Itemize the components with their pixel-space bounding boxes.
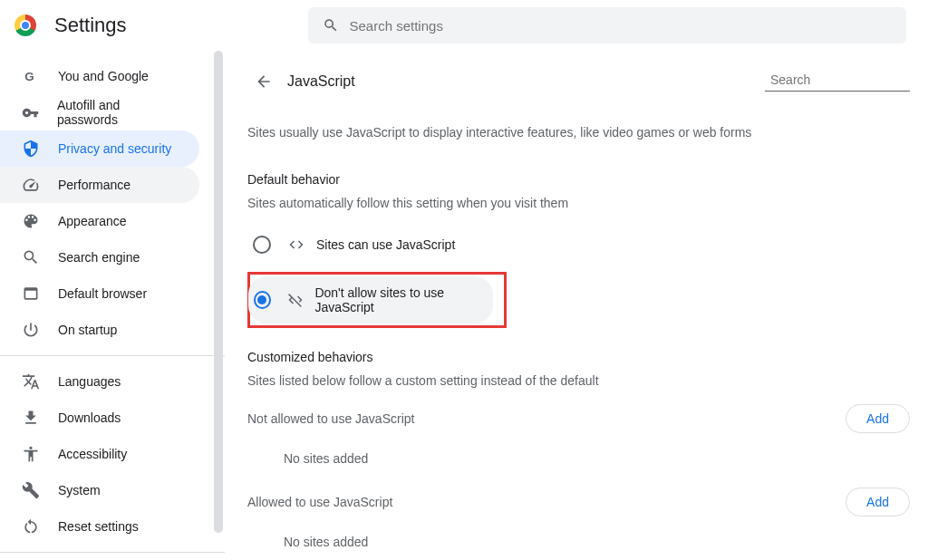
sidebar-item-label: Reset settings — [58, 519, 139, 534]
google-icon: G — [22, 67, 40, 85]
sidebar: G You and Google Autofill and passwords … — [0, 51, 225, 560]
sidebar-item-label: Autofill and passwords — [57, 98, 178, 127]
sidebar-item-label: Default browser — [58, 286, 147, 301]
system-icon — [22, 481, 40, 499]
sidebar-item-default-browser[interactable]: Default browser — [0, 275, 199, 312]
add-allowed-button[interactable]: Add — [846, 488, 910, 517]
search-settings-bar[interactable] — [308, 7, 906, 43]
radio-label: Sites can use JavaScript — [316, 237, 455, 252]
sidebar-item-accessibility[interactable]: Accessibility — [0, 436, 199, 472]
sidebar-divider — [0, 552, 225, 553]
sidebar-item-label: You and Google — [58, 69, 149, 83]
add-not-allowed-button[interactable]: Add — [846, 404, 910, 433]
content-search-input[interactable] — [770, 72, 928, 87]
sidebar-item-on-startup[interactable]: On startup — [0, 312, 199, 348]
main-content: JavaScript Sites usually use JavaScript … — [225, 51, 928, 560]
sidebar-item-label: Performance — [58, 178, 130, 192]
content-search[interactable] — [765, 72, 910, 92]
description-text: Sites usually use JavaScript to display … — [247, 125, 910, 140]
radio-label: Don't allow sites to use JavaScript — [314, 285, 493, 314]
code-off-icon — [287, 292, 304, 308]
chrome-logo-icon — [14, 14, 36, 36]
power-icon — [22, 321, 40, 339]
sidebar-item-languages[interactable]: Languages — [0, 363, 199, 400]
sidebar-divider — [0, 355, 225, 356]
speedometer-icon — [22, 176, 40, 194]
not-allowed-label: Not allowed to use JavaScript — [247, 411, 846, 426]
no-sites-text: No sites added — [284, 535, 910, 549]
radio-allow-js[interactable]: Sites can use JavaScript — [247, 223, 910, 266]
radio-icon — [253, 236, 271, 254]
shield-icon — [22, 140, 40, 158]
sidebar-item-label: Privacy and security — [58, 141, 171, 156]
page-title: Settings — [54, 14, 127, 37]
sidebar-item-label: On startup — [58, 323, 117, 337]
search-icon — [22, 248, 40, 266]
arrow-back-icon — [255, 72, 273, 91]
custom-behaviors-sub: Sites listed below follow a custom setti… — [247, 373, 910, 388]
sidebar-item-privacy[interactable]: Privacy and security — [0, 130, 199, 167]
sidebar-item-autofill[interactable]: Autofill and passwords — [0, 94, 199, 130]
reset-icon — [22, 517, 40, 536]
search-settings-input[interactable] — [350, 18, 892, 34]
sidebar-item-label: Downloads — [58, 410, 121, 425]
allowed-label: Allowed to use JavaScript — [247, 495, 846, 509]
download-icon — [22, 409, 40, 427]
palette-icon — [22, 212, 40, 230]
scrollbar[interactable] — [214, 51, 223, 533]
highlight-annotation: Don't allow sites to use JavaScript — [247, 272, 507, 328]
custom-behaviors-title: Customized behaviors — [247, 350, 910, 364]
radio-icon-selected — [254, 291, 271, 309]
sidebar-item-reset[interactable]: Reset settings — [0, 508, 199, 545]
sidebar-item-system[interactable]: System — [0, 472, 199, 508]
sidebar-item-search-engine[interactable]: Search engine — [0, 239, 199, 275]
back-button[interactable] — [247, 65, 280, 98]
radio-block-js[interactable]: Don't allow sites to use JavaScript — [248, 276, 493, 323]
sidebar-item-label: Search engine — [58, 250, 140, 265]
sidebar-item-you-and-google[interactable]: G You and Google — [0, 58, 199, 94]
sidebar-item-appearance[interactable]: Appearance — [0, 203, 199, 239]
sidebar-item-label: System — [58, 483, 101, 497]
svg-text:G: G — [24, 70, 34, 83]
search-icon — [323, 17, 339, 34]
code-icon — [287, 237, 305, 253]
sidebar-item-performance[interactable]: Performance — [0, 167, 199, 203]
key-icon — [22, 103, 39, 121]
sidebar-item-label: Languages — [58, 374, 121, 389]
content-title: JavaScript — [287, 73, 765, 90]
sidebar-item-label: Accessibility — [58, 447, 127, 461]
no-sites-text: No sites added — [284, 451, 910, 466]
sidebar-item-downloads[interactable]: Downloads — [0, 400, 199, 436]
accessibility-icon — [22, 445, 40, 463]
default-behavior-title: Default behavior — [247, 172, 910, 187]
default-behavior-sub: Sites automatically follow this setting … — [247, 196, 910, 210]
sidebar-item-label: Appearance — [58, 214, 127, 228]
browser-icon — [22, 285, 40, 303]
translate-icon — [22, 372, 40, 391]
